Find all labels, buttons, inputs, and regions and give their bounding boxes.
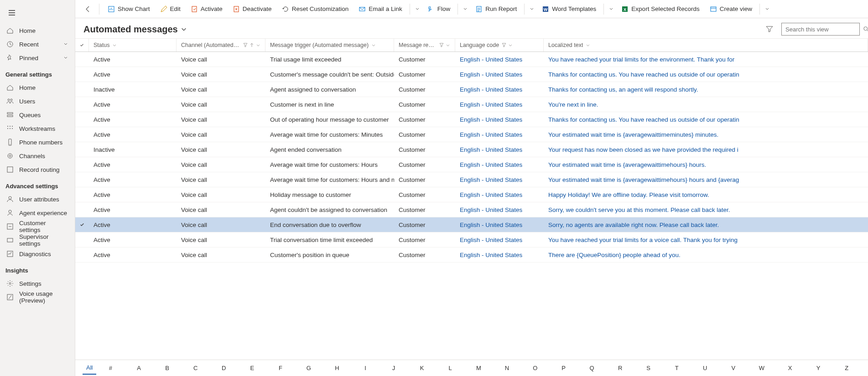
column-header-recipient[interactable]: Message recipient (... bbox=[394, 39, 455, 52]
cell-localized-text[interactable]: Your request has now been closed as we h… bbox=[544, 142, 868, 157]
cell-language[interactable]: English - United States bbox=[455, 52, 544, 67]
cell-localized-text[interactable]: You have reached your trial limits for t… bbox=[544, 52, 868, 67]
cell-language[interactable]: English - United States bbox=[455, 232, 544, 247]
sidebar-item-agent-experience[interactable]: Agent experience bbox=[0, 206, 75, 220]
alpha-y[interactable]: Y bbox=[804, 362, 832, 374]
export-selected-records-button[interactable]: XExport Selected Records bbox=[617, 2, 704, 16]
row-checkbox[interactable] bbox=[75, 172, 89, 187]
cell-language[interactable]: English - United States bbox=[455, 217, 544, 232]
alpha-c[interactable]: C bbox=[182, 362, 210, 374]
column-header-channel[interactable]: Channel (Automated message) bbox=[177, 39, 265, 52]
row-checkbox[interactable] bbox=[75, 112, 89, 127]
alpha-j[interactable]: J bbox=[379, 362, 408, 374]
cell-language[interactable]: English - United States bbox=[455, 67, 544, 82]
table-row[interactable]: InactiveVoice callAgent assigned to conv… bbox=[75, 82, 868, 97]
table-row[interactable]: ActiveVoice callTrial usage limit exceed… bbox=[75, 52, 868, 67]
row-checkbox[interactable] bbox=[75, 127, 89, 142]
alpha-p[interactable]: P bbox=[549, 362, 577, 374]
row-checkbox[interactable] bbox=[75, 52, 89, 67]
hamburger-button[interactable] bbox=[5, 5, 19, 20]
alpha-g[interactable]: G bbox=[295, 362, 323, 374]
table-row[interactable]: ActiveVoice callAverage wait time for cu… bbox=[75, 172, 868, 187]
deactivate-button[interactable]: Deactivate bbox=[228, 2, 276, 16]
cell-localized-text[interactable]: Sorry, no agents are available right now… bbox=[544, 217, 868, 232]
search-input[interactable] bbox=[785, 26, 863, 33]
select-all-checkbox[interactable] bbox=[75, 39, 89, 52]
run-report-dropdown[interactable] bbox=[527, 6, 536, 12]
word-templates-dropdown[interactable] bbox=[607, 6, 616, 12]
sidebar-item-home[interactable]: Home bbox=[0, 81, 75, 94]
cell-localized-text[interactable]: Happy Holiday! We are offline today. Ple… bbox=[544, 187, 868, 202]
alpha-e[interactable]: E bbox=[238, 362, 266, 374]
table-row[interactable]: ActiveVoice callAgent couldn't be assign… bbox=[75, 202, 868, 217]
row-checkbox[interactable] bbox=[75, 202, 89, 217]
alpha-i[interactable]: I bbox=[351, 362, 379, 374]
sidebar-item-user-attributes[interactable]: User attributes bbox=[0, 192, 75, 206]
table-row[interactable]: ActiveVoice callTrial conversation time … bbox=[75, 232, 868, 247]
alpha-u[interactable]: U bbox=[691, 362, 719, 374]
run-report-button[interactable]: Run Report bbox=[471, 2, 521, 16]
cell-localized-text[interactable]: Your estimated wait time is {averagewait… bbox=[544, 172, 868, 187]
sidebar-item-phone-numbers[interactable]: Phone numbers bbox=[0, 135, 75, 149]
filter-button[interactable] bbox=[763, 23, 776, 36]
cell-language[interactable]: English - United States bbox=[455, 202, 544, 217]
table-row[interactable]: ActiveVoice callAverage wait time for cu… bbox=[75, 157, 868, 172]
email-a-link-dropdown[interactable] bbox=[413, 6, 422, 12]
table-row[interactable]: ActiveVoice callAverage wait time for cu… bbox=[75, 127, 868, 142]
sidebar-item-supervisor-settings[interactable]: Supervisor settings bbox=[0, 233, 75, 247]
sidebar-item-voice-usage-preview-[interactable]: Voice usage (Preview) bbox=[0, 290, 75, 304]
sidebar-item-workstreams[interactable]: Workstreams bbox=[0, 122, 75, 135]
cell-language[interactable]: English - United States bbox=[455, 82, 544, 97]
alpha-q[interactable]: Q bbox=[578, 362, 606, 374]
cell-localized-text[interactable]: Thanks for contacting us. You have reach… bbox=[544, 67, 868, 82]
flow-button[interactable]: Flow bbox=[423, 2, 455, 16]
sidebar-item-home[interactable]: Home bbox=[0, 24, 75, 37]
word-templates-button[interactable]: WWord Templates bbox=[537, 2, 601, 16]
cell-language[interactable]: English - United States bbox=[455, 142, 544, 157]
alpha-t[interactable]: T bbox=[663, 362, 691, 374]
table-row[interactable]: ActiveVoice callCustomer's position in q… bbox=[75, 247, 868, 263]
row-checkbox[interactable] bbox=[75, 67, 89, 82]
column-header-status[interactable]: Status bbox=[89, 39, 177, 52]
alpha-n[interactable]: N bbox=[493, 362, 521, 374]
row-checkbox[interactable] bbox=[75, 97, 89, 112]
sidebar-item-diagnostics[interactable]: Diagnostics bbox=[0, 247, 75, 261]
alpha-b[interactable]: B bbox=[153, 362, 182, 374]
cell-language[interactable]: English - United States bbox=[455, 127, 544, 142]
sidebar-item-queues[interactable]: Queues bbox=[0, 108, 75, 122]
cell-language[interactable]: English - United States bbox=[455, 187, 544, 202]
sidebar-item-users[interactable]: Users bbox=[0, 94, 75, 108]
row-checkbox[interactable] bbox=[75, 142, 89, 157]
cell-language[interactable]: English - United States bbox=[455, 157, 544, 172]
search-box[interactable] bbox=[781, 23, 860, 36]
column-header-language[interactable]: Language code bbox=[455, 39, 544, 52]
view-switcher[interactable] bbox=[181, 26, 187, 32]
row-checkbox[interactable] bbox=[75, 187, 89, 202]
row-checkbox[interactable] bbox=[75, 232, 89, 247]
back-button[interactable] bbox=[81, 2, 95, 16]
alpha-l[interactable]: L bbox=[436, 362, 464, 374]
table-row[interactable]: ActiveVoice callHoliday message to custo… bbox=[75, 187, 868, 202]
cell-localized-text[interactable]: Thanks for contacting us. You have reach… bbox=[544, 112, 868, 127]
row-checkbox[interactable] bbox=[75, 247, 89, 262]
column-header-localized-text[interactable]: Localized text bbox=[544, 39, 868, 52]
alpha-d[interactable]: D bbox=[210, 362, 238, 374]
cell-localized-text[interactable]: Your estimated wait time is {averagewait… bbox=[544, 157, 868, 172]
alpha-o[interactable]: O bbox=[521, 362, 549, 374]
cell-language[interactable]: English - United States bbox=[455, 247, 544, 262]
alpha-z[interactable]: Z bbox=[832, 362, 861, 374]
table-row[interactable]: ActiveVoice callCustomer is next in line… bbox=[75, 97, 868, 112]
edit-button[interactable]: Edit bbox=[156, 2, 185, 16]
table-row[interactable]: ActiveVoice callCustomer's message could… bbox=[75, 67, 868, 82]
alpha-h[interactable]: H bbox=[323, 362, 351, 374]
alpha-a[interactable]: A bbox=[125, 362, 153, 374]
alpha-v[interactable]: V bbox=[719, 362, 748, 374]
alpha-f[interactable]: F bbox=[266, 362, 295, 374]
alpha-x[interactable]: X bbox=[776, 362, 804, 374]
sidebar-item-settings[interactable]: Settings bbox=[0, 277, 75, 290]
show-chart-button[interactable]: Show Chart bbox=[103, 2, 155, 16]
create-view-dropdown[interactable] bbox=[763, 6, 772, 12]
cell-localized-text[interactable]: You have reached your trial limits for a… bbox=[544, 232, 868, 247]
column-header-trigger[interactable]: Message trigger (Automated message) bbox=[265, 39, 394, 52]
alpha-k[interactable]: K bbox=[408, 362, 436, 374]
